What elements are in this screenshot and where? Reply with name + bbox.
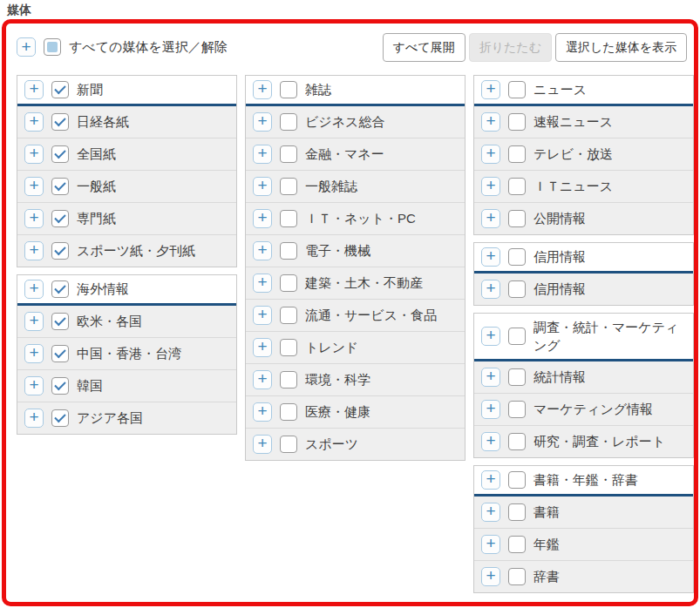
- group-checkbox[interactable]: [51, 81, 69, 98]
- group-label[interactable]: 書籍・年鑑・辞書: [533, 470, 638, 489]
- item-label[interactable]: スポーツ紙・夕刊紙: [77, 241, 195, 260]
- item-checkbox[interactable]: [508, 401, 526, 418]
- item-checkbox[interactable]: [280, 403, 297, 421]
- item-label[interactable]: 年鑑: [533, 535, 560, 553]
- expand-icon[interactable]: [481, 327, 500, 346]
- item-checkbox[interactable]: [280, 339, 297, 356]
- item-checkbox[interactable]: [280, 113, 297, 131]
- item-label[interactable]: ビジネス総合: [305, 112, 384, 131]
- item-label[interactable]: 公開情報: [533, 209, 586, 227]
- expand-icon[interactable]: [253, 209, 272, 228]
- group-label[interactable]: 信用情報: [533, 247, 586, 266]
- expand-icon[interactable]: [481, 567, 500, 586]
- item-checkbox[interactable]: [51, 377, 69, 395]
- group-label[interactable]: 調査・統計・マーケティング: [533, 318, 686, 355]
- item-label[interactable]: 書籍: [533, 503, 560, 521]
- item-checkbox[interactable]: [51, 242, 69, 260]
- item-label[interactable]: 統計情報: [533, 368, 586, 386]
- select-all-checkbox[interactable]: [44, 38, 61, 56]
- group-label[interactable]: ニュース: [533, 80, 587, 98]
- item-label[interactable]: トレンド: [305, 338, 358, 356]
- expand-icon[interactable]: [253, 80, 272, 99]
- item-label[interactable]: 環境・科学: [305, 370, 370, 388]
- item-checkbox[interactable]: [51, 113, 69, 131]
- item-label[interactable]: ＩＴニュース: [533, 177, 613, 195]
- item-checkbox[interactable]: [508, 113, 526, 131]
- item-checkbox[interactable]: [508, 368, 526, 386]
- item-checkbox[interactable]: [51, 409, 69, 427]
- select-all-label[interactable]: すべての媒体を選択／解除: [69, 39, 228, 56]
- item-label[interactable]: 研究・調査・レポート: [533, 432, 665, 450]
- item-checkbox[interactable]: [280, 371, 297, 388]
- item-label[interactable]: 建築・土木・不動産: [305, 274, 423, 292]
- item-checkbox[interactable]: [508, 503, 526, 521]
- expand-icon[interactable]: [253, 306, 272, 325]
- item-checkbox[interactable]: [508, 178, 526, 195]
- item-label[interactable]: 流通・サービス・食品: [305, 306, 437, 324]
- expand-icon[interactable]: [24, 241, 44, 260]
- item-label[interactable]: 一般雑誌: [305, 177, 357, 195]
- group-label[interactable]: 雑誌: [305, 80, 331, 98]
- item-checkbox[interactable]: [508, 145, 526, 163]
- item-checkbox[interactable]: [280, 274, 297, 292]
- expand-icon[interactable]: [24, 376, 44, 395]
- item-label[interactable]: 金融・マネー: [305, 145, 384, 163]
- expand-icon[interactable]: [24, 280, 44, 299]
- expand-icon[interactable]: [481, 80, 500, 99]
- expand-icon[interactable]: [24, 177, 44, 196]
- expand-icon[interactable]: [253, 274, 272, 293]
- item-checkbox[interactable]: [508, 210, 526, 227]
- expand-icon[interactable]: [481, 209, 500, 228]
- item-label[interactable]: 速報ニュース: [533, 112, 613, 131]
- expand-icon[interactable]: [253, 145, 272, 164]
- expand-icon[interactable]: [24, 344, 44, 363]
- expand-all-root-icon[interactable]: [17, 37, 36, 57]
- group-checkbox[interactable]: [508, 81, 526, 98]
- item-label[interactable]: 日経各紙: [77, 112, 129, 131]
- group-checkbox[interactable]: [508, 471, 526, 489]
- expand-icon[interactable]: [481, 280, 500, 299]
- item-label[interactable]: アジア各国: [77, 409, 143, 427]
- group-checkbox[interactable]: [508, 328, 526, 345]
- item-label[interactable]: スポーツ: [305, 435, 358, 453]
- item-label[interactable]: 医療・健康: [305, 402, 370, 421]
- group-checkbox[interactable]: [51, 280, 69, 298]
- expand-icon[interactable]: [481, 503, 500, 522]
- expand-icon[interactable]: [481, 368, 500, 387]
- expand-icon[interactable]: [24, 112, 44, 132]
- item-checkbox[interactable]: [51, 210, 69, 227]
- item-checkbox[interactable]: [508, 568, 526, 585]
- expand-icon[interactable]: [481, 247, 500, 267]
- item-checkbox[interactable]: [51, 345, 69, 362]
- expand-icon[interactable]: [253, 370, 272, 389]
- expand-icon[interactable]: [24, 80, 44, 99]
- item-label[interactable]: 一般紙: [77, 177, 116, 195]
- show-selected-media-button[interactable]: 選択した媒体を表示: [555, 33, 687, 62]
- item-checkbox[interactable]: [508, 280, 526, 298]
- item-label[interactable]: 欧米・各国: [77, 312, 142, 330]
- expand-icon[interactable]: [253, 112, 272, 132]
- item-label[interactable]: 全国紙: [77, 145, 116, 163]
- expand-icon[interactable]: [481, 470, 500, 490]
- expand-all-button[interactable]: すべて展開: [383, 33, 466, 62]
- group-checkbox[interactable]: [508, 248, 526, 266]
- item-checkbox[interactable]: [280, 436, 297, 453]
- item-checkbox[interactable]: [51, 313, 69, 330]
- item-checkbox[interactable]: [51, 178, 69, 195]
- item-label[interactable]: 信用情報: [533, 280, 586, 298]
- item-label[interactable]: 中国・香港・台湾: [77, 344, 181, 362]
- item-label[interactable]: テレビ・放送: [533, 145, 613, 163]
- item-checkbox[interactable]: [51, 145, 69, 163]
- expand-icon[interactable]: [481, 177, 500, 196]
- item-checkbox[interactable]: [508, 536, 526, 553]
- expand-icon[interactable]: [24, 145, 44, 164]
- item-checkbox[interactable]: [280, 178, 297, 195]
- expand-icon[interactable]: [253, 435, 272, 454]
- item-label[interactable]: 辞書: [533, 567, 560, 585]
- group-label[interactable]: 海外情報: [77, 280, 129, 298]
- expand-icon[interactable]: [24, 209, 44, 228]
- expand-icon[interactable]: [253, 177, 272, 196]
- group-checkbox[interactable]: [280, 81, 297, 98]
- expand-icon[interactable]: [481, 400, 500, 419]
- item-checkbox[interactable]: [280, 242, 297, 260]
